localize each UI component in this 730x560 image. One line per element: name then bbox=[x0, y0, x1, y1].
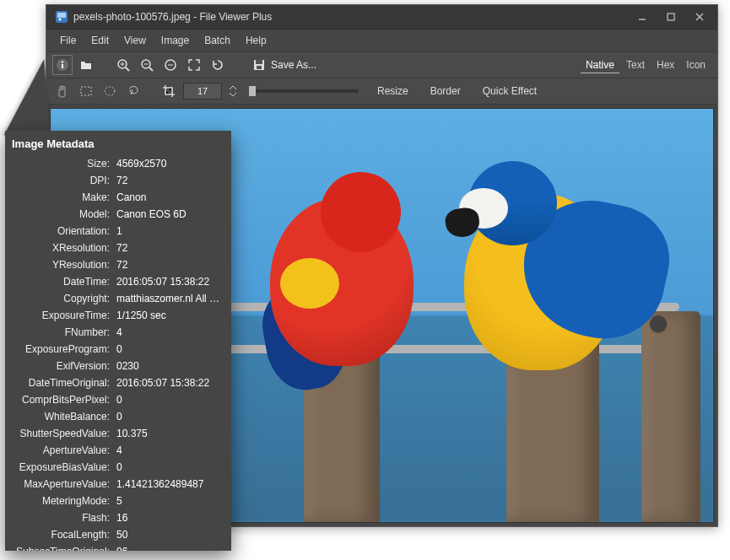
svg-rect-20 bbox=[256, 60, 262, 64]
metadata-row: MaxApertureValue:1.41421362489487 bbox=[10, 476, 226, 493]
metadata-value: 96 bbox=[113, 543, 226, 551]
metadata-row: ApertureValue:4 bbox=[10, 442, 226, 459]
metadata-value: 0 bbox=[113, 391, 226, 408]
menu-batch[interactable]: Batch bbox=[197, 32, 237, 49]
menu-view[interactable]: View bbox=[117, 32, 153, 49]
metadata-row: ComprBitsPerPixel:0 bbox=[10, 391, 226, 408]
zoom-slider-thumb[interactable] bbox=[249, 86, 256, 96]
menu-edit[interactable]: Edit bbox=[84, 32, 116, 49]
select-ellipse-button[interactable] bbox=[100, 82, 119, 100]
rotate-button[interactable] bbox=[208, 56, 227, 74]
save-as-button[interactable]: Save As... bbox=[246, 56, 323, 74]
save-as-label: Save As... bbox=[271, 59, 316, 71]
zoom-slider[interactable] bbox=[249, 89, 359, 93]
metadata-value: 0230 bbox=[113, 358, 226, 374]
viewmode-text[interactable]: Text bbox=[621, 57, 650, 73]
metadata-value: 4569x2570 bbox=[113, 155, 226, 172]
metadata-value: 50 bbox=[113, 526, 226, 543]
metadata-value: 1 bbox=[113, 223, 226, 240]
menu-bar: File Edit View Image Batch Help bbox=[46, 30, 717, 52]
metadata-value: 2016:05:07 15:38:22 bbox=[113, 273, 226, 290]
metadata-value: 4 bbox=[113, 324, 226, 341]
svg-line-15 bbox=[149, 67, 153, 71]
metadata-key: FNumber: bbox=[10, 324, 113, 341]
metadata-row: Size:4569x2570 bbox=[10, 155, 226, 172]
quickeffect-button[interactable]: Quick Effect bbox=[474, 85, 545, 97]
metadata-value: 2016:05:07 15:38:22 bbox=[113, 374, 226, 391]
metadata-key: ExposureTime: bbox=[10, 307, 113, 324]
metadata-value: matthiaszomer.nl All Rights Res bbox=[113, 290, 226, 307]
metadata-row: XResolution:72 bbox=[10, 240, 226, 256]
metadata-key: WhiteBalance: bbox=[10, 408, 113, 425]
metadata-key: Orientation: bbox=[10, 223, 113, 240]
zoom-reset-button[interactable] bbox=[161, 56, 180, 74]
metadata-value: Canon EOS 6D bbox=[113, 206, 226, 223]
metadata-key: MeteringMode: bbox=[10, 493, 113, 509]
maximize-button[interactable] bbox=[657, 8, 685, 25]
metadata-value: Canon bbox=[113, 189, 226, 206]
metadata-row: ExposureBiasValue:0 bbox=[10, 459, 226, 476]
metadata-row: ShutterSpeedValue:10.375 bbox=[10, 425, 226, 442]
metadata-value: 16 bbox=[113, 509, 226, 526]
metadata-value: 72 bbox=[113, 240, 226, 256]
svg-rect-4 bbox=[668, 13, 674, 20]
viewmode-icon[interactable]: Icon bbox=[681, 57, 711, 73]
metadata-row: ExposureTime:1/1250 sec bbox=[10, 307, 226, 324]
window-title: pexels-photo-100576.jpeg - File Viewer P… bbox=[73, 11, 628, 23]
crop-button[interactable] bbox=[160, 82, 178, 100]
metadata-key: DateTimeOriginal: bbox=[10, 374, 113, 391]
svg-line-11 bbox=[126, 67, 129, 71]
metadata-value: 0 bbox=[113, 459, 226, 476]
close-button[interactable] bbox=[685, 8, 714, 25]
metadata-row: FocalLength:50 bbox=[10, 526, 226, 543]
lasso-button[interactable] bbox=[124, 82, 143, 100]
menu-help[interactable]: Help bbox=[239, 32, 273, 49]
metadata-row: WhiteBalance:0 bbox=[10, 408, 226, 425]
metadata-row: ExifVersion:0230 bbox=[10, 358, 226, 374]
svg-rect-21 bbox=[257, 66, 262, 69]
metadata-key: DPI: bbox=[10, 172, 113, 189]
metadata-value: 10.375 bbox=[113, 425, 226, 442]
metadata-panel: Image Metadata Size:4569x2570DPI:72Make:… bbox=[5, 131, 231, 551]
metadata-value: 5 bbox=[113, 493, 226, 509]
zoom-input[interactable] bbox=[183, 83, 222, 100]
metadata-heading: Image Metadata bbox=[12, 137, 226, 150]
metadata-value: 0 bbox=[113, 408, 226, 425]
zoom-stepper[interactable] bbox=[227, 82, 239, 100]
minimize-button[interactable] bbox=[628, 8, 657, 25]
metadata-row: ExposureProgram:0 bbox=[10, 341, 226, 358]
menu-image[interactable]: Image bbox=[154, 32, 196, 49]
metadata-row: DPI:72 bbox=[10, 172, 226, 189]
viewmode-hex[interactable]: Hex bbox=[652, 57, 679, 73]
metadata-value: 1.41421362489487 bbox=[113, 476, 226, 493]
metadata-value: 72 bbox=[113, 256, 226, 273]
metadata-key: YResolution: bbox=[10, 256, 113, 273]
metadata-key: Copyright: bbox=[10, 290, 113, 307]
svg-point-2 bbox=[59, 19, 62, 21]
metadata-value: 1/1250 sec bbox=[113, 307, 226, 324]
metadata-key: MaxApertureValue: bbox=[10, 476, 113, 493]
metadata-key: Size: bbox=[10, 155, 113, 172]
metadata-value: 72 bbox=[113, 172, 226, 189]
metadata-key: Make: bbox=[10, 189, 113, 206]
metadata-key: Model: bbox=[10, 206, 113, 223]
open-button[interactable] bbox=[77, 56, 95, 74]
zoom-out-button[interactable] bbox=[138, 56, 156, 74]
select-rect-button[interactable] bbox=[77, 82, 95, 100]
toolbar-main: Save As... Native Text Hex Icon bbox=[46, 52, 717, 78]
save-icon bbox=[252, 58, 266, 72]
metadata-key: ApertureValue: bbox=[10, 442, 113, 459]
viewmode-native[interactable]: Native bbox=[581, 57, 619, 73]
resize-button[interactable]: Resize bbox=[369, 85, 417, 97]
svg-rect-1 bbox=[57, 13, 66, 18]
metadata-row: Flash:16 bbox=[10, 509, 226, 526]
fullscreen-button[interactable] bbox=[185, 56, 203, 74]
image-content bbox=[447, 168, 633, 379]
menu-file[interactable]: File bbox=[53, 32, 83, 49]
metadata-row: FNumber:4 bbox=[10, 324, 226, 341]
toolbar-image: Resize Border Quick Effect bbox=[46, 78, 717, 105]
metadata-value: 0 bbox=[113, 341, 226, 358]
border-button[interactable]: Border bbox=[422, 85, 469, 97]
metadata-key: ComprBitsPerPixel: bbox=[10, 391, 113, 408]
zoom-in-button[interactable] bbox=[114, 56, 132, 74]
